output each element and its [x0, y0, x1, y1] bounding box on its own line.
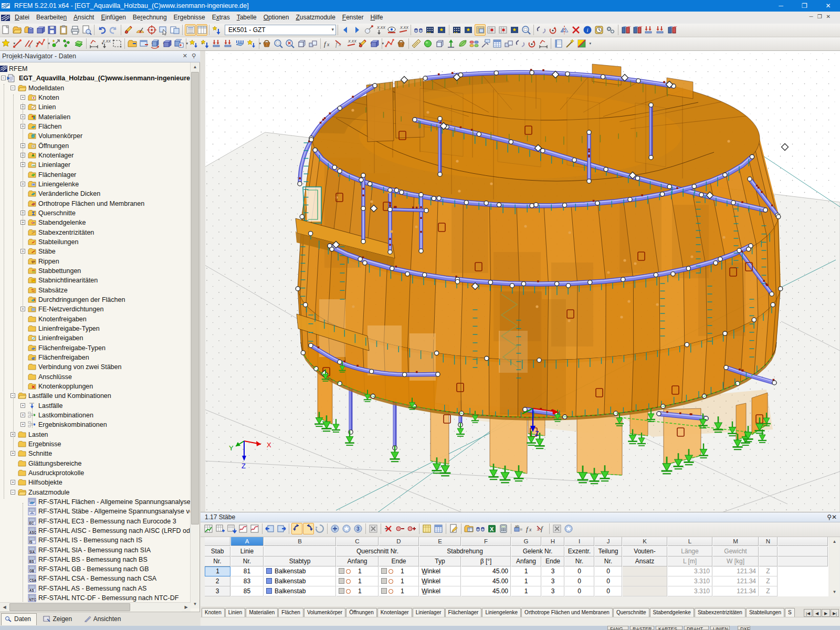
svg-text:BS: BS — [29, 560, 35, 563]
svg-text:I: I — [29, 45, 30, 48]
svg-text:X: X — [490, 526, 494, 532]
svg-text:X.XX: X.XX — [348, 39, 356, 43]
svg-text:ASC: ASC — [29, 531, 37, 534]
svg-text:SIA: SIA — [29, 550, 35, 554]
svg-text:x: x — [529, 527, 532, 532]
svg-text:Z: Z — [242, 462, 246, 470]
svg-text:AS: AS — [29, 589, 35, 592]
svg-text:=: = — [520, 527, 522, 532]
svg-text:x: x — [327, 41, 330, 47]
svg-text:X.XX: X.XX — [400, 26, 408, 29]
svg-text:Y: Y — [229, 444, 234, 452]
svg-text:EC: EC — [29, 521, 34, 525]
svg-text:Z: Z — [535, 430, 539, 437]
svg-text:CSA: CSA — [29, 579, 37, 582]
svg-text:X.XX: X.XX — [376, 26, 385, 29]
svg-text:GB: GB — [29, 569, 35, 573]
svg-text:NTC: NTC — [29, 598, 37, 602]
svg-text:X.XX: X.XX — [102, 39, 111, 43]
svg-text:f: f — [541, 524, 544, 532]
svg-text:IS: IS — [29, 540, 33, 544]
svg-text:X: X — [267, 441, 271, 449]
svg-text:i: i — [586, 27, 588, 33]
svg-text:ab: ab — [515, 524, 519, 528]
svg-text:3: 3 — [356, 526, 360, 532]
